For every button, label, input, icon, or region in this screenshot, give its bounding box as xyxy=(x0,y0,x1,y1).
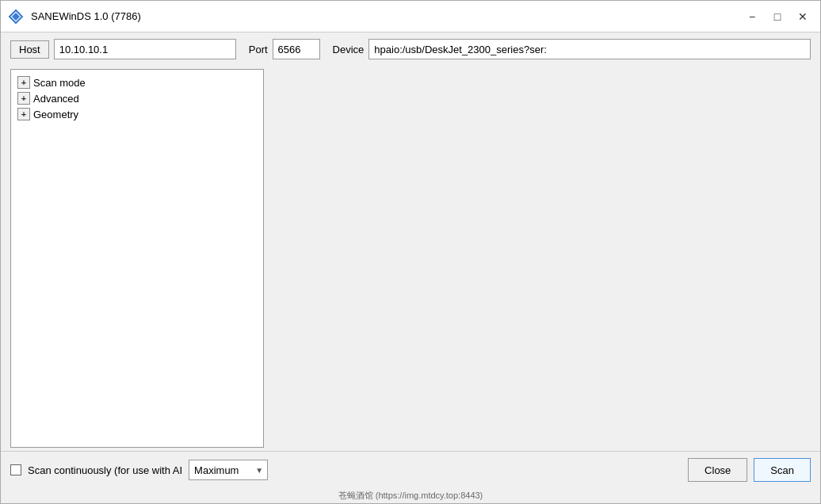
title-bar: SANEWinDS 1.0 (7786) − □ ✕ xyxy=(1,1,820,32)
maximize-button[interactable]: □ xyxy=(766,6,789,27)
expand-geometry-icon[interactable]: + xyxy=(17,108,30,120)
toolbar: Host Port Device xyxy=(1,32,820,66)
host-input[interactable] xyxy=(54,39,236,59)
host-button[interactable]: Host xyxy=(10,40,49,59)
page-size-wrapper: Maximum A4 Letter Legal ▼ xyxy=(189,460,268,480)
advanced-label: Advanced xyxy=(33,93,79,105)
scan-button[interactable]: Scan xyxy=(754,458,811,482)
page-size-select[interactable]: Maximum A4 Letter Legal xyxy=(189,460,268,480)
expand-advanced-icon[interactable]: + xyxy=(17,92,30,105)
geometry-label: Geometry xyxy=(33,109,78,120)
main-window: SANEWinDS 1.0 (7786) − □ ✕ Host Port Dev… xyxy=(0,0,821,504)
tree-item-scan-mode[interactable]: + Scan mode xyxy=(14,74,260,90)
window-title: SANEWinDS 1.0 (7786) xyxy=(31,10,741,22)
tree-item-advanced[interactable]: + Advanced xyxy=(14,90,260,106)
port-label: Port xyxy=(249,44,268,55)
device-label: Device xyxy=(333,44,365,55)
scan-continuous-label: Scan continuously (for use with AI xyxy=(28,464,182,476)
scan-mode-label: Scan mode xyxy=(33,77,86,89)
scan-continuously-checkbox[interactable] xyxy=(10,464,21,475)
port-input[interactable] xyxy=(273,39,320,59)
expand-scan-mode-icon[interactable]: + xyxy=(17,76,30,89)
main-content: + Scan mode + Advanced + Geometry xyxy=(1,66,820,451)
watermark-text: 苍蝇酒馆 (https://img.mtdcy.top:8443) xyxy=(338,491,483,500)
close-footer-button[interactable]: Close xyxy=(688,458,747,482)
watermark: 苍蝇酒馆 (https://img.mtdcy.top:8443) xyxy=(1,488,820,503)
close-button[interactable]: ✕ xyxy=(792,6,814,27)
device-input[interactable] xyxy=(368,39,811,59)
footer: Scan continuously (for use with AI Maxim… xyxy=(1,451,820,488)
app-icon xyxy=(7,8,25,25)
minimize-button[interactable]: − xyxy=(741,6,763,27)
tree-item-geometry[interactable]: + Geometry xyxy=(14,106,260,122)
window-controls: − □ ✕ xyxy=(741,6,814,27)
tree-panel: + Scan mode + Advanced + Geometry xyxy=(10,69,264,448)
